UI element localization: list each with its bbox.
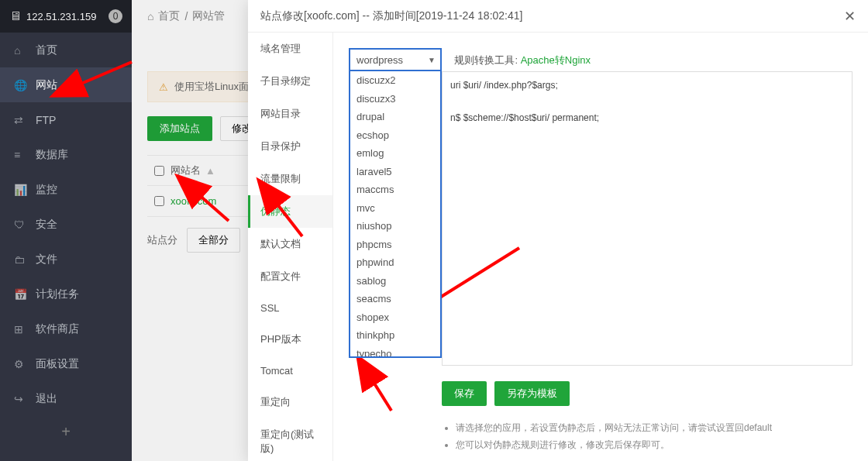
rewrite-select[interactable]: wordpress [349,48,442,71]
dropdown-option[interactable]: shopex [350,308,440,327]
modal-tab-0[interactable]: 域名管理 [248,33,332,65]
dropdown-option[interactable]: emlog [350,144,440,163]
dropdown-option[interactable]: drupal [350,108,440,126]
modal-main: wordpress discuzx2discuzx3drupalecshopem… [333,33,868,461]
dropdown-option[interactable]: niushop [350,217,440,236]
rewrite-code-editor[interactable]: uri $uri/ /index.php?$args; n$ $scheme:/… [442,71,852,366]
dropdown-option[interactable]: phpcms [350,236,440,254]
dropdown-option[interactable]: discuzx3 [350,90,440,108]
modal-tab-2[interactable]: 网站目录 [248,98,332,130]
site-edit-modal: 站点修改[xoofc.com] -- 添加时间[2019-11-24 18:02… [248,0,868,461]
modal-tab-1[interactable]: 子目录绑定 [248,65,332,98]
modal-tab-11[interactable]: 重定向 [248,386,332,418]
modal-tab-10[interactable]: Tomcat [248,356,332,386]
modal-tab-5[interactable]: 伪静态 [248,195,332,228]
dropdown-option[interactable]: phpwind [350,253,440,272]
dropdown-option[interactable]: mvc [350,199,440,218]
dropdown-option[interactable]: thinkphp [350,326,440,345]
dropdown-option[interactable]: seacms [350,290,440,308]
dropdown-option[interactable]: typecho [350,345,440,359]
modal-tab-3[interactable]: 目录保护 [248,130,332,163]
tips-list: 请选择您的应用，若设置伪静态后，网站无法正常访问，请尝试设置回default您可… [442,420,772,453]
modal-sidebar: 域名管理子目录绑定网站目录目录保护流量限制伪静态默认文档配置文件SSLPHP版本… [248,33,333,461]
modal-tab-9[interactable]: PHP版本 [248,323,332,356]
modal-tab-7[interactable]: 配置文件 [248,260,332,293]
rule-convert-label: 规则转换工具: Apache转Nginx [454,53,591,67]
close-icon[interactable]: ✕ [844,8,856,25]
modal-tab-8[interactable]: SSL [248,293,332,323]
tip-item: 请选择您的应用，若设置伪静态后，网站无法正常访问，请尝试设置回default [456,420,772,437]
modal-header: 站点修改[xoofc.com] -- 添加时间[2019-11-24 18:02… [248,0,868,33]
select-value: wordpress [356,54,403,66]
rewrite-dropdown: discuzx2discuzx3drupalecshopemloglaravel… [349,71,442,358]
dropdown-option[interactable]: laravel5 [350,163,440,181]
dropdown-option[interactable]: discuzx2 [350,71,440,90]
dropdown-option[interactable]: sablog [350,272,440,291]
dropdown-option[interactable]: maccms [350,181,440,199]
tip-item: 您可以对伪静态规则进行修改，修改完后保存即可。 [456,437,772,454]
modal-tab-4[interactable]: 流量限制 [248,163,332,195]
modal-tab-6[interactable]: 默认文档 [248,228,332,260]
dropdown-option[interactable]: ecshop [350,126,440,145]
save-as-template-button[interactable]: 另存为模板 [494,381,570,406]
save-button[interactable]: 保存 [442,381,487,406]
modal-title: 站点修改[xoofc.com] -- 添加时间[2019-11-24 18:02… [260,9,522,23]
modal-tab-12[interactable]: 重定向(测试版) [248,418,332,461]
rule-convert-link[interactable]: Apache转Nginx [521,54,591,66]
